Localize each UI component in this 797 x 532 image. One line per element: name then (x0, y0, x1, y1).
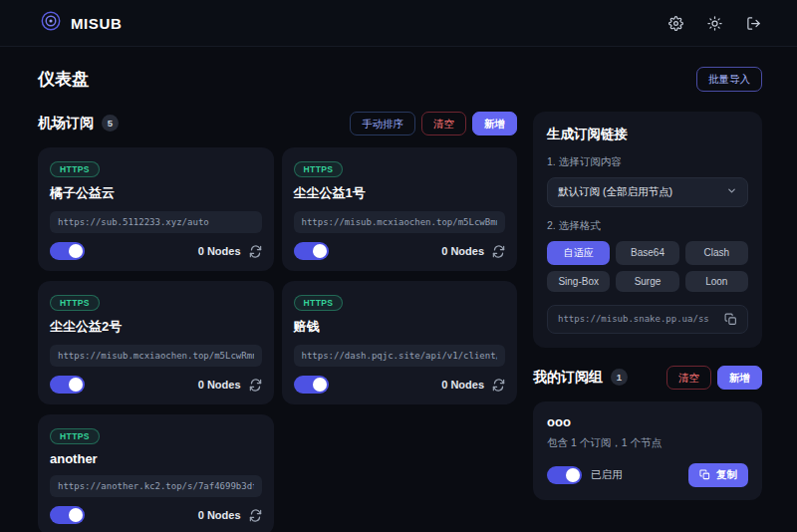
copy-icon (699, 469, 710, 482)
format-grid: 自适应 Base64 Clash Sing-Box Surge Loon (547, 241, 748, 292)
group-toggle[interactable] (547, 466, 582, 484)
content-select-value: 默认订阅 (全部启用节点) (558, 185, 672, 199)
page-header: 仪表盘 批量导入 (38, 67, 762, 92)
logo-icon (40, 10, 62, 36)
gear-icon[interactable] (668, 16, 683, 31)
subscriptions-count-badge: 5 (102, 115, 119, 132)
left-column: 机场订阅 5 手动排序 清空 新增 HTTPS 橘子公益云 (38, 112, 517, 532)
sun-icon[interactable] (707, 16, 722, 31)
generated-link-box: https://misub.snake.pp.ua/ss (547, 305, 748, 334)
subscriptions-actions: 手动排序 清空 新增 (350, 112, 517, 136)
group-summary: 包含 1 个订阅，1 个节点 (547, 436, 748, 450)
node-count: 0 Nodes (198, 245, 241, 257)
format-button-surge[interactable]: Surge (616, 271, 678, 292)
format-button-singbox[interactable]: Sing-Box (547, 271, 610, 292)
groups-actions: 清空 新增 (666, 366, 762, 391)
protocol-badge: HTTPS (50, 161, 100, 177)
brand-name: MISUB (71, 15, 122, 32)
subscription-name: 橘子公益云 (50, 184, 262, 202)
node-count: 0 Nodes (441, 245, 484, 257)
group-name: ooo (547, 414, 748, 429)
subscription-card: HTTPS another 0 Nodes (38, 414, 274, 532)
subscription-name: 尘尘公益2号 (50, 318, 262, 336)
node-count: 0 Nodes (441, 379, 484, 391)
format-button-adaptive[interactable]: 自适应 (547, 241, 610, 265)
subscription-url-input[interactable] (50, 475, 262, 497)
group-card-footer: 已启用 复制 (547, 463, 748, 487)
subscription-card-footer: 0 Nodes (50, 376, 262, 394)
subscription-card: HTTPS 橘子公益云 0 Nodes (38, 147, 274, 271)
subscriptions-header: 机场订阅 5 手动排序 清空 新增 (38, 112, 517, 136)
step1-label: 1. 选择订阅内容 (547, 155, 748, 169)
protocol-badge: HTTPS (50, 295, 100, 311)
main-content: 仪表盘 批量导入 机场订阅 5 手动排序 清空 新增 HTTPS 橘子公益云 (0, 47, 797, 532)
clear-groups-button[interactable]: 清空 (666, 366, 711, 391)
link-generator-panel: 生成订阅链接 1. 选择订阅内容 默认订阅 (全部启用节点) 2. 选择格式 自… (533, 112, 762, 348)
page-title: 仪表盘 (38, 68, 89, 91)
subscription-toggle[interactable] (294, 376, 329, 394)
subscriptions-title: 机场订阅 (38, 115, 94, 133)
format-button-loon[interactable]: Loon (685, 271, 748, 292)
node-count: 0 Nodes (198, 379, 241, 391)
subscription-card: HTTPS 尘尘公益1号 0 Nodes (282, 147, 518, 271)
node-count: 0 Nodes (198, 509, 241, 521)
copy-icon[interactable] (724, 313, 737, 326)
group-card: ooo 包含 1 个订阅，1 个节点 已启用 复制 (533, 401, 762, 500)
subscription-card-footer: 0 Nodes (50, 506, 262, 524)
refresh-icon[interactable] (492, 245, 505, 258)
subscription-url-input[interactable] (294, 211, 506, 233)
protocol-badge: HTTPS (294, 295, 344, 311)
subscription-card: HTTPS 赔钱 0 Nodes (282, 281, 518, 404)
groups-count-badge: 1 (611, 369, 628, 386)
app-root: MISUB (0, 0, 797, 532)
subscription-toggle[interactable] (50, 506, 85, 524)
subscription-url-input[interactable] (294, 345, 506, 367)
step2-label: 2. 选择格式 (547, 219, 748, 233)
refresh-icon[interactable] (249, 509, 262, 522)
groups-header: 我的订阅组 1 清空 新增 (533, 366, 762, 391)
content-select[interactable]: 默认订阅 (全部启用节点) (547, 177, 748, 207)
brand: MISUB (40, 10, 122, 36)
copy-group-label: 复制 (716, 468, 737, 482)
manual-sort-button[interactable]: 手动排序 (350, 112, 415, 136)
format-button-base64[interactable]: Base64 (616, 241, 678, 265)
refresh-icon[interactable] (249, 245, 262, 258)
groups-title: 我的订阅组 (533, 369, 603, 387)
subscription-url-input[interactable] (50, 345, 262, 367)
logout-icon[interactable] (746, 16, 761, 31)
refresh-icon[interactable] (249, 379, 262, 392)
format-button-clash[interactable]: Clash (685, 241, 748, 265)
protocol-badge: HTTPS (294, 161, 344, 177)
protocol-badge: HTTPS (50, 428, 100, 444)
subscription-toggle[interactable] (50, 242, 85, 260)
subscription-name: another (50, 451, 262, 466)
subscriptions-grid: HTTPS 橘子公益云 0 Nodes (38, 147, 517, 532)
batch-import-button[interactable]: 批量导入 (696, 67, 762, 92)
subscription-name: 尘尘公益1号 (294, 184, 506, 202)
chevron-down-icon (726, 185, 737, 198)
copy-group-button[interactable]: 复制 (688, 463, 748, 487)
subscription-card-footer: 0 Nodes (294, 242, 506, 260)
nav-icons (668, 16, 761, 31)
add-group-button[interactable]: 新增 (717, 366, 762, 391)
refresh-icon[interactable] (492, 379, 505, 392)
group-enabled-label: 已启用 (591, 468, 623, 482)
subscription-url-input[interactable] (50, 211, 262, 233)
subscription-toggle[interactable] (50, 376, 85, 394)
generator-title: 生成订阅链接 (547, 126, 748, 143)
navbar: MISUB (0, 0, 797, 47)
subscription-toggle[interactable] (294, 242, 329, 260)
add-subscription-button[interactable]: 新增 (472, 112, 517, 136)
clear-subscriptions-button[interactable]: 清空 (421, 112, 466, 136)
subscription-name: 赔钱 (294, 318, 506, 336)
subscription-card-footer: 0 Nodes (294, 376, 506, 394)
subscription-card: HTTPS 尘尘公益2号 0 Nodes (38, 281, 274, 404)
generated-link: https://misub.snake.pp.ua/ss (558, 314, 709, 324)
subscription-card-footer: 0 Nodes (50, 242, 262, 260)
right-column: 生成订阅链接 1. 选择订阅内容 默认订阅 (全部启用节点) 2. 选择格式 自… (533, 112, 762, 532)
